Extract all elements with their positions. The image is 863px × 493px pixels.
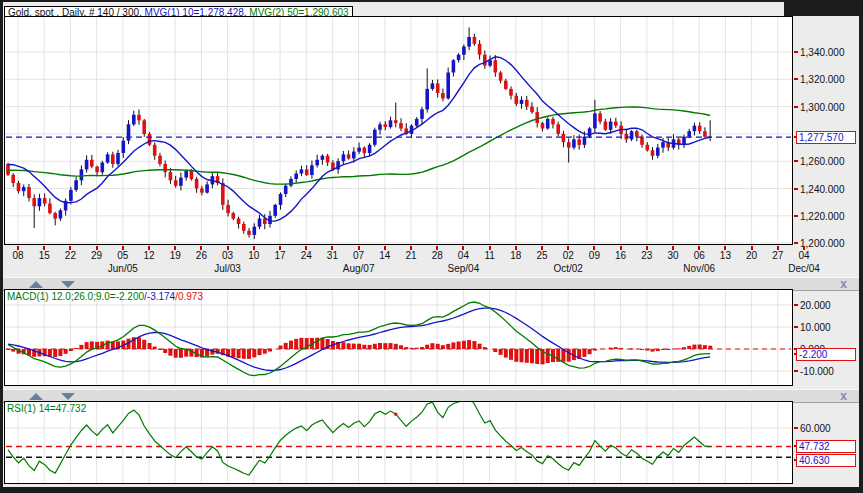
hist-bar	[373, 344, 377, 349]
hist-bar	[158, 349, 162, 350]
hist-bar	[163, 349, 167, 353]
panel-resize-up-icon[interactable]	[29, 281, 43, 288]
date-label: 17	[274, 250, 285, 261]
candle-up	[179, 178, 183, 186]
price-chart-canvas[interactable]	[4, 16, 793, 245]
candle-down	[703, 131, 707, 137]
hist-bar	[567, 349, 571, 362]
hist-bar	[168, 349, 172, 356]
candle-down	[237, 219, 241, 225]
hist-bar	[520, 349, 524, 362]
hist-bar	[85, 342, 89, 349]
hist-bar	[436, 344, 440, 349]
rsi-panel-close-icon[interactable]: x	[840, 389, 847, 403]
hist-bar	[252, 349, 256, 357]
date-label: 24	[301, 250, 312, 261]
hist-bar	[53, 349, 57, 357]
month-label: Jul/03	[214, 263, 241, 274]
panel-resize-up-icon[interactable]	[29, 393, 43, 400]
candle-down	[535, 112, 539, 123]
candle-down	[27, 187, 31, 198]
axis-tick-mark	[794, 160, 798, 162]
hist-bar	[352, 344, 356, 349]
hist-bar	[478, 344, 482, 349]
candle-up	[132, 115, 136, 125]
axis-tick-mark	[794, 304, 798, 306]
date-label: 28	[432, 250, 443, 261]
candle-up	[357, 148, 361, 152]
hist-bar	[472, 341, 476, 349]
candle-up	[488, 60, 492, 65]
candle-up	[127, 124, 131, 140]
hist-bar	[708, 346, 712, 349]
macd-value-label: MACD(1) 12.0;26.0;9.0=-2.200	[7, 291, 144, 302]
candle-down	[142, 120, 146, 134]
hist-bar	[504, 349, 508, 358]
candle-down	[525, 100, 529, 107]
candle-up	[38, 198, 42, 206]
hist-bar	[153, 347, 157, 349]
macd-hist-label: /0.973	[175, 291, 203, 302]
hist-bar	[630, 348, 634, 349]
chart-title-strip: Gold, spot , Daily, # 140 / 300, MVG(1) …	[4, 2, 353, 16]
candle-down	[6, 164, 10, 175]
hist-bar	[263, 349, 267, 354]
candle-down	[436, 83, 440, 93]
axis-tick-mark	[794, 370, 798, 372]
candle-down	[577, 139, 581, 145]
date-label: 20	[746, 250, 757, 261]
candle-up	[656, 148, 660, 156]
date-label: 09	[589, 250, 600, 261]
candle-up	[59, 210, 63, 218]
candle-up	[258, 219, 262, 227]
candle-up	[457, 55, 461, 61]
hist-bar	[535, 349, 539, 364]
candle-down	[556, 124, 560, 134]
hist-bar	[383, 343, 387, 349]
candle-down	[48, 204, 52, 214]
hist-bar	[645, 349, 649, 351]
hist-bar	[698, 345, 702, 350]
candle-down	[499, 73, 503, 81]
date-label: 08	[12, 250, 23, 261]
candle-up	[378, 124, 382, 130]
candle-down	[363, 148, 367, 154]
month-label: Nov/06	[683, 263, 715, 274]
macd-chart-canvas[interactable]	[4, 289, 793, 386]
candle-up	[342, 154, 346, 161]
candle-down	[11, 175, 15, 183]
candle-down	[394, 120, 398, 123]
axis-label: 60.000	[800, 423, 831, 434]
candle-down	[148, 134, 152, 145]
hist-bar	[656, 349, 660, 351]
hist-bar	[493, 349, 497, 352]
rsi-chart-canvas[interactable]	[4, 401, 793, 484]
hist-bar	[457, 342, 461, 350]
hist-bar	[614, 347, 618, 349]
date-label: 21	[405, 250, 416, 261]
hist-bar	[546, 349, 550, 363]
candle-up	[80, 169, 84, 180]
date-label: 14	[379, 250, 390, 261]
hist-bar	[682, 347, 686, 349]
candle-up	[85, 160, 89, 170]
hist-bar	[609, 348, 613, 349]
macd-panel-close-icon[interactable]: x	[840, 277, 847, 291]
month-label: Jun/05	[108, 263, 138, 274]
panel-resize-down-icon[interactable]	[61, 281, 75, 288]
candle-up	[69, 190, 73, 201]
date-label: 27	[772, 250, 783, 261]
date-label: 10	[248, 250, 259, 261]
panel-resize-down-icon[interactable]	[61, 393, 75, 400]
axis-tick-mark	[794, 242, 798, 244]
hist-bar	[530, 349, 534, 363]
date-label: 12	[143, 250, 154, 261]
date-label: 25	[536, 250, 547, 261]
axis-label: 10.000	[800, 322, 831, 333]
chart-window: Gold, spot , Daily, # 140 / 300, MVG(1) …	[0, 0, 863, 493]
candle-down	[174, 180, 178, 186]
candle-up	[593, 113, 597, 128]
hist-bar	[666, 349, 670, 350]
candle-down	[551, 119, 555, 125]
candle-up	[122, 141, 126, 153]
